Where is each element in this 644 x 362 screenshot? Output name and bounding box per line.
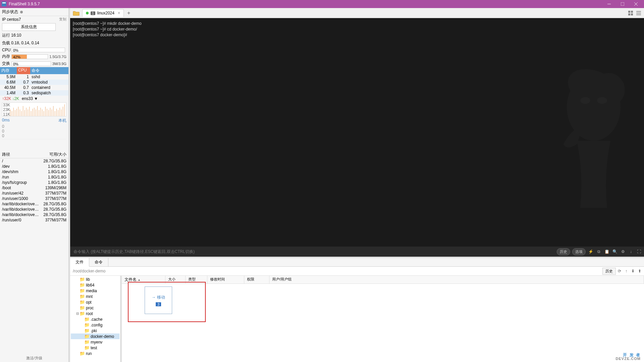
tree-item[interactable]: ⊟📁root [71, 311, 119, 316]
disk-row[interactable]: /run/user/0377M/377M [0, 217, 68, 223]
col-user[interactable]: 用户/用户组 [269, 276, 644, 283]
network-chart: 33K23K11K [2, 102, 66, 116]
net-upload: ↑32K [2, 96, 11, 101]
fullscreen-icon[interactable]: ⛶ [636, 249, 642, 254]
col-perm[interactable]: 权限 [244, 276, 269, 283]
disk-row[interactable]: /run/user/1000377M/377M [0, 196, 68, 201]
svg-rect-7 [631, 11, 633, 13]
refresh-icon[interactable]: ⟳ [616, 268, 623, 274]
disk-row[interactable]: /28.7G/35.8G [0, 158, 68, 164]
process-row[interactable]: 5.9M1sshd [0, 74, 68, 80]
disk-row[interactable]: /dev1.8G/1.8G [0, 164, 68, 169]
sidebar: 同步状态 IP centos7 复制 系统信息 运行 16:10 负载 0.18… [0, 8, 69, 362]
tree-item[interactable]: 📁media [71, 288, 119, 294]
tab-linux2024[interactable]: 1 linux2024 × [82, 9, 124, 17]
tree-item[interactable]: 📁lib64 [71, 282, 119, 288]
grid-view-button[interactable] [627, 10, 634, 16]
terminal-line: [root@centos7 docker-demo]# [73, 32, 641, 38]
paste-icon[interactable]: 📋 [604, 249, 610, 254]
app-icon [1, 1, 7, 7]
path-history-button[interactable]: 历史 [602, 268, 616, 275]
drop-count-badge: 3 [156, 302, 161, 306]
tree-item[interactable]: 📁myenv [71, 339, 119, 345]
disk-table-header: 路径 可用/大小 [0, 151, 68, 158]
latency-chart [2, 139, 66, 150]
tab-label: linux2024 [97, 11, 114, 15]
load-label: 负载 0.18, 0.14, 0.14 [0, 39, 68, 47]
disk-row[interactable]: /var/lib/docker/overlay..28.7G/35.8G [0, 212, 68, 217]
maximize-button[interactable] [616, 0, 629, 8]
history-button[interactable]: 历史 [557, 248, 570, 255]
arrow-right-icon: → [152, 295, 156, 300]
process-row[interactable]: 1.4M0.3sedispatch [0, 90, 68, 96]
svg-rect-6 [628, 11, 630, 13]
sync-status-dot [20, 11, 23, 13]
terminal-background-image [510, 18, 644, 247]
net-interface-selector[interactable]: ens33 ▼ [22, 96, 38, 101]
tree-item[interactable]: 📁.cache [71, 316, 119, 322]
add-tab-button[interactable]: + [124, 9, 134, 17]
disk-row[interactable]: /dev/shm1.8G/1.8G [0, 169, 68, 174]
net-download: ↓2K [12, 96, 19, 101]
process-row[interactable]: 40.5M0.7containerd [0, 85, 68, 90]
svg-rect-8 [628, 13, 630, 15]
system-info-button[interactable]: 系统信息 [2, 23, 56, 31]
disk-row[interactable]: /var/lib/docker/overlay..28.7G/35.8G [0, 201, 68, 207]
minimize-button[interactable] [602, 0, 616, 8]
disk-row[interactable]: /var/lib/docker/overlay..28.7G/35.8G [0, 207, 68, 212]
search-icon[interactable]: 🔍 [612, 249, 618, 254]
copy-button[interactable]: 复制 [59, 17, 66, 22]
file-list[interactable]: 文件名 ▲ 大小 类型 修改时间 权限 用户/用户组 →移动 3 [122, 276, 644, 362]
tab-file[interactable]: 文件 [70, 258, 89, 267]
disk-row[interactable]: /run/user/42377M/377M [0, 191, 68, 196]
window-title: FinalShell 3.9.5.7 [9, 2, 602, 6]
col-time[interactable]: 修改时间 [207, 276, 244, 283]
tab-number: 1 [91, 11, 95, 15]
tree-item[interactable]: 📁proc [71, 305, 119, 311]
tree-item[interactable]: 📁lib [71, 276, 119, 282]
tree-item[interactable]: 📁.config [71, 322, 119, 328]
sync-status-label: 同步状态 [2, 9, 18, 15]
tree-item[interactable]: 📁.pki [71, 328, 119, 333]
process-row[interactable]: 6.6M0.7vmtoolsd [0, 80, 68, 85]
activate-link[interactable]: 激活/升级 [0, 354, 68, 362]
connections-button[interactable] [71, 8, 81, 18]
latency-stats: 0ms 本机 [0, 117, 68, 124]
svg-rect-3 [621, 2, 624, 6]
svg-point-15 [597, 97, 607, 104]
cpu-stat: CPU 0% [0, 47, 68, 53]
tabs-bar: 1 linux2024 × + [70, 8, 644, 18]
options-button[interactable]: 选项 [572, 248, 586, 255]
disk-row[interactable]: /run1.8G/1.8G [0, 174, 68, 180]
bolt-icon[interactable]: ⚡ [588, 249, 594, 254]
command-input[interactable] [72, 248, 555, 255]
connection-status-icon [86, 12, 89, 14]
tab-close-button[interactable]: × [118, 11, 120, 15]
tree-item[interactable]: 📁run [71, 351, 119, 356]
tree-item[interactable]: 📁test [71, 345, 119, 351]
runtime-label: 运行 16:10 [0, 32, 68, 39]
disk-row[interactable]: /boot139M/296M [0, 185, 68, 191]
terminal-line: [root@centos7 ~]# cd docker-demo/ [73, 27, 641, 32]
svg-point-14 [580, 97, 590, 104]
close-button[interactable] [629, 0, 643, 8]
download-file-icon[interactable]: ⬇ [630, 268, 636, 274]
gear-icon[interactable]: ⚙ [620, 249, 626, 254]
copy-icon[interactable]: ⧉ [596, 249, 602, 254]
menu-button[interactable] [635, 10, 642, 16]
process-table: 5.9M1sshd6.6M0.7vmtoolsd40.5M0.7containe… [0, 74, 68, 96]
tree-item[interactable]: 📁opt [71, 299, 119, 305]
download-icon[interactable]: ↓ [628, 249, 634, 254]
tree-item[interactable]: 📁docker-demo [71, 333, 119, 339]
upload-file-icon[interactable]: ⬆ [637, 268, 643, 274]
tab-command[interactable]: 命令 [89, 258, 108, 266]
terminal[interactable]: [root@centos7 ~]# mkdir docker-demo[root… [70, 18, 644, 247]
path-input[interactable] [71, 267, 601, 275]
sync-status: 同步状态 [0, 8, 68, 16]
svg-rect-1 [2, 2, 6, 3]
memory-stat: 内存 42% 1.5G/3.7G [0, 53, 68, 60]
up-icon[interactable]: ↑ [623, 268, 629, 274]
tree-item[interactable]: 📁mnt [71, 294, 119, 299]
disk-row[interactable]: /sys/fs/cgroup1.8G/1.8G [0, 180, 68, 185]
folder-tree[interactable]: 📁lib📁lib64📁media📁mnt📁opt📁proc⊟📁root📁.cac… [70, 276, 120, 362]
